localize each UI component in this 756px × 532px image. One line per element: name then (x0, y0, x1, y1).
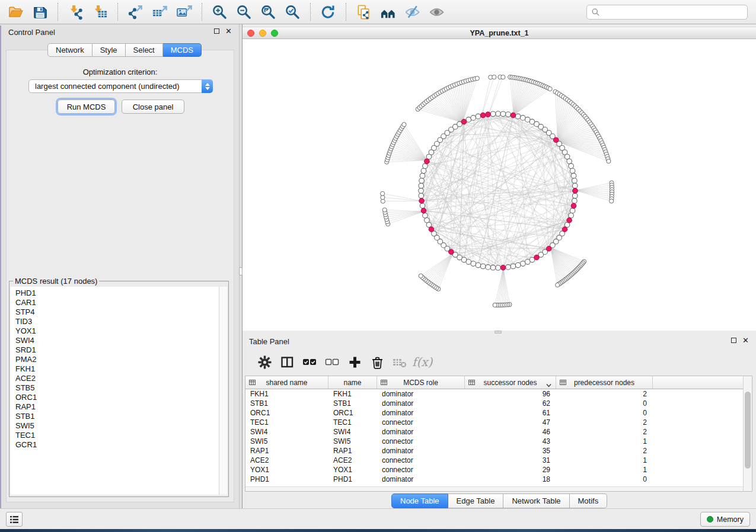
table-row[interactable]: SWI4SWI4dominator462 (245, 427, 743, 437)
network-node[interactable] (572, 198, 578, 204)
add-column-button[interactable] (344, 352, 365, 372)
table-vertical-scrollbar[interactable] (743, 376, 752, 491)
float-panel-icon[interactable] (214, 28, 219, 34)
network-node[interactable] (421, 168, 426, 174)
tab-edge-table[interactable]: Edge Table (448, 493, 504, 508)
table-row[interactable]: YOX1YOX1connector291 (245, 465, 743, 475)
network-canvas[interactable] (243, 39, 756, 331)
network-node[interactable] (520, 116, 525, 121)
network-node-selected[interactable] (421, 208, 426, 213)
deselect-all-checkboxes-button[interactable] (322, 352, 342, 372)
network-node[interactable] (471, 261, 476, 267)
network-node[interactable] (556, 283, 560, 287)
mcds-result-item[interactable]: ACE2 (15, 374, 219, 383)
network-node[interactable] (567, 159, 572, 164)
network-node[interactable] (423, 164, 428, 169)
splitter-grip[interactable] (495, 331, 502, 334)
network-node[interactable] (511, 264, 516, 269)
mcds-result-item[interactable]: RAP1 (15, 402, 219, 412)
network-node[interactable] (493, 303, 497, 307)
network-node[interactable] (500, 111, 506, 117)
network-node[interactable] (420, 173, 425, 178)
import-network-button[interactable] (63, 2, 88, 22)
network-node[interactable] (506, 112, 511, 117)
mcds-result-item[interactable]: SRD1 (15, 345, 219, 355)
mcds-result-item[interactable]: ORC1 (15, 393, 219, 402)
network-node[interactable] (607, 159, 611, 163)
export-image-button[interactable] (172, 2, 196, 22)
scrollbar-thumb[interactable] (745, 392, 751, 469)
network-node[interactable] (476, 114, 481, 119)
network-node-selected[interactable] (562, 227, 567, 232)
network-node[interactable] (572, 178, 578, 184)
zoom-in-button[interactable] (208, 2, 232, 22)
network-node-selected[interactable] (573, 188, 578, 194)
export-network-button[interactable] (123, 2, 148, 22)
network-node[interactable] (420, 203, 425, 209)
network-node-selected[interactable] (567, 217, 572, 223)
network-node[interactable] (515, 262, 521, 268)
network-node-selected[interactable] (511, 113, 516, 118)
network-node[interactable] (570, 168, 575, 174)
network-node[interactable] (402, 123, 406, 127)
tab-motifs[interactable]: Motifs (570, 493, 608, 508)
network-node-selected[interactable] (500, 265, 506, 270)
new-network-from-selection-button[interactable] (352, 2, 376, 22)
network-node[interactable] (490, 265, 496, 270)
tab-mcds[interactable]: MCDS (163, 43, 202, 57)
column-header-MCDS-role[interactable]: MCDS role (377, 376, 465, 389)
mcds-result-item[interactable]: STB1 (15, 412, 219, 421)
mcds-result-item[interactable]: STP4 (15, 307, 219, 317)
network-node-selected[interactable] (486, 112, 491, 117)
mcds-result-item[interactable]: CAR1 (15, 298, 219, 307)
table-horizontal-scrollbar[interactable] (245, 486, 743, 491)
network-node[interactable] (506, 265, 511, 270)
network-node[interactable] (570, 208, 575, 213)
search-box[interactable] (586, 5, 748, 20)
table-row[interactable]: SWI5SWI5connector431 (245, 437, 743, 446)
close-panel-icon[interactable]: ✕ (225, 28, 232, 34)
network-node[interactable] (572, 193, 578, 198)
column-header-predecessor-nodes[interactable]: predecessor nodes (556, 376, 653, 389)
mcds-result-item[interactable]: FKH1 (15, 364, 219, 374)
network-node-selected[interactable] (534, 255, 540, 260)
network-node[interactable] (520, 261, 525, 267)
table-row[interactable]: ACE2ACE2connector311 (245, 456, 743, 465)
network-node-selected[interactable] (449, 249, 454, 255)
network-node[interactable] (475, 76, 479, 81)
network-node[interactable] (496, 111, 501, 117)
import-table-button[interactable] (88, 2, 112, 22)
tab-node-table[interactable]: Node Table (391, 493, 448, 508)
table-row[interactable]: TEC1TEC1connector472 (245, 418, 743, 427)
float-panel-icon[interactable] (731, 338, 736, 343)
network-node[interactable] (569, 213, 574, 218)
table-row[interactable]: STB1STB1dominator620 (245, 399, 743, 408)
close-panel-button[interactable]: Close panel (122, 100, 184, 114)
network-node[interactable] (571, 173, 576, 178)
network-node[interactable] (419, 178, 425, 184)
task-history-button[interactable] (6, 512, 23, 527)
column-header-shared-name[interactable]: shared name (245, 376, 328, 389)
network-node-selected[interactable] (546, 246, 551, 251)
refresh-network-button[interactable] (316, 2, 340, 22)
search-input[interactable] (603, 8, 742, 17)
network-node-selected[interactable] (571, 203, 576, 209)
split-panel-button[interactable] (277, 352, 297, 372)
network-node[interactable] (515, 114, 521, 119)
close-panel-icon[interactable]: ✕ (742, 338, 749, 343)
network-node[interactable] (525, 259, 530, 265)
run-mcds-button[interactable]: Run MCDS (58, 100, 115, 114)
delete-column-button[interactable] (367, 352, 387, 372)
save-session-button[interactable] (28, 2, 52, 22)
network-node[interactable] (548, 86, 552, 91)
mcds-result-item[interactable]: SWI4 (15, 336, 219, 345)
mcds-list-scrollbar[interactable] (219, 287, 227, 495)
network-node[interactable] (423, 213, 428, 218)
mcds-result-item[interactable]: PMA2 (15, 355, 219, 364)
network-node-selected[interactable] (429, 227, 434, 232)
network-node[interactable] (476, 262, 481, 268)
tab-network[interactable]: Network (47, 43, 92, 57)
network-node[interactable] (419, 274, 423, 278)
memory-button[interactable]: Memory (700, 512, 750, 527)
zoom-out-button[interactable] (232, 2, 256, 22)
